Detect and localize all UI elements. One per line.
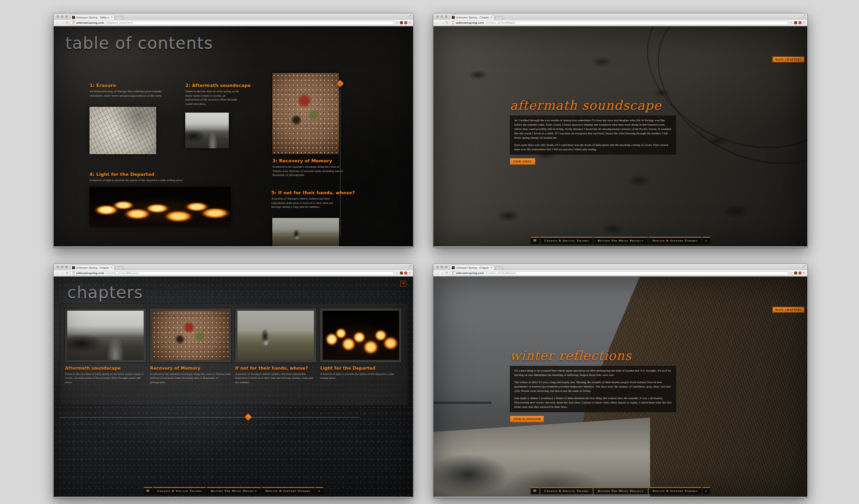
new-tab-button[interactable] <box>495 16 503 20</box>
menu-icon[interactable]: ≡ <box>409 20 411 25</box>
card-photo-recovery[interactable] <box>152 311 229 360</box>
facebook-icon[interactable]: f <box>703 237 711 244</box>
chapter-link-erasure[interactable]: 1: Erasure <box>89 83 163 88</box>
footer-link-credits[interactable]: Credits & Special Thanks <box>540 237 593 244</box>
refresh-button[interactable]: ↻ <box>445 20 448 25</box>
bookmark-star-icon[interactable]: ☆ <box>790 271 793 275</box>
browser-tab[interactable]: Unknown Spring - Table o × <box>70 14 115 20</box>
window-controls[interactable] <box>57 15 68 18</box>
footer-link-music-project[interactable]: Return The Music Project <box>594 237 648 244</box>
address-bar[interactable]: unknownspring.com/content_v2.html#water <box>450 21 788 25</box>
chapter-link-recovery[interactable]: 3: Recovery of Memory <box>272 158 344 163</box>
bookmark-star-icon[interactable]: ☆ <box>396 271 399 275</box>
traffic-light-icon[interactable] <box>57 15 59 18</box>
thumb-recovery[interactable] <box>272 73 339 154</box>
traffic-light-icon[interactable] <box>436 266 439 268</box>
footer-link-credits[interactable]: Credits & Special Thanks <box>153 487 206 494</box>
new-tab-button[interactable] <box>116 266 123 270</box>
extension-icon[interactable] <box>794 21 797 24</box>
thumb-erasure-map[interactable] <box>89 107 156 154</box>
thumb-light[interactable] <box>89 187 231 227</box>
window-controls[interactable] <box>57 266 68 268</box>
back-button[interactable]: ← <box>56 20 59 25</box>
forward-button[interactable]: → <box>61 20 64 25</box>
email-icon[interactable]: ✉ <box>531 487 539 494</box>
facebook-icon[interactable]: f <box>703 487 711 494</box>
refresh-button[interactable]: ↻ <box>66 20 69 25</box>
back-button[interactable]: ← <box>56 271 59 275</box>
email-icon[interactable]: ✉ <box>531 237 539 244</box>
footer-link-credits[interactable]: Credits & Special Thanks <box>540 487 593 494</box>
window-controls[interactable] <box>436 15 447 18</box>
facebook-icon[interactable]: f <box>316 487 324 494</box>
chapter-card[interactable]: If not for their hands, whose? A portrai… <box>235 308 316 400</box>
traffic-light-icon[interactable] <box>61 15 63 18</box>
traffic-light-icon[interactable] <box>445 15 447 18</box>
address-bar[interactable]: unknownspring.com/chapters_menu.html <box>70 21 394 25</box>
card-title[interactable]: Recovery of Memory <box>150 366 231 371</box>
card-photo-light[interactable] <box>323 311 399 360</box>
chapter-link-aftermath[interactable]: 2: Aftermath soundscape <box>185 83 239 88</box>
forward-button[interactable]: → <box>441 20 444 25</box>
tab-close-icon[interactable]: × <box>111 266 113 269</box>
view-video-button[interactable]: VIEW VIDEO <box>510 158 535 165</box>
thumb-farmers[interactable] <box>272 218 339 246</box>
back-button[interactable]: ← <box>436 271 439 275</box>
traffic-light-icon[interactable] <box>65 15 68 18</box>
footer-link-music-project[interactable]: Return The Music Project <box>594 487 648 494</box>
footer-link-donate[interactable]: Donate & Support Tohoku <box>649 237 702 244</box>
forward-button[interactable]: → <box>441 271 444 275</box>
card-title[interactable]: Aftermath soundscape <box>65 366 146 371</box>
footer-link-music-project[interactable]: Return The Music Project <box>207 487 261 494</box>
tab-close-icon[interactable]: × <box>490 266 492 269</box>
traffic-light-icon[interactable] <box>61 266 63 268</box>
chapter-card[interactable]: Aftermath soundscape Taken in the raw da… <box>65 308 146 400</box>
extension-icon[interactable] <box>404 21 407 24</box>
main-chapters-button[interactable]: MAIN CHAPTERS <box>772 307 804 313</box>
footer-link-donate[interactable]: Donate & Support Tohoku <box>649 487 702 494</box>
chapter-link-farmers[interactable]: 5: If not for their hands, whose? <box>271 190 339 195</box>
extension-icon[interactable] <box>400 272 403 274</box>
traffic-light-icon[interactable] <box>65 266 68 268</box>
footer-link-donate[interactable]: Donate & Support Tohoku <box>262 487 315 494</box>
browser-tab[interactable]: Unknown Spring - Chapte × <box>450 14 494 20</box>
traffic-light-icon[interactable] <box>445 266 447 268</box>
browser-tab[interactable]: Unknown Spring - Chapte × <box>70 265 115 270</box>
chapter-card[interactable]: Recovery of Memory Scattered in the tsun… <box>150 308 231 400</box>
extension-icon[interactable] <box>794 272 797 274</box>
new-tab-button[interactable] <box>495 266 503 270</box>
menu-icon[interactable]: ≡ <box>803 20 805 25</box>
bookmark-star-icon[interactable]: ☆ <box>396 20 399 25</box>
slider-diamond-icon[interactable]: ↔ <box>244 413 252 421</box>
extension-icon[interactable] <box>799 21 801 24</box>
menu-icon[interactable]: ≡ <box>409 271 411 275</box>
bookmark-star-icon[interactable]: ☆ <box>790 20 793 25</box>
email-icon[interactable]: ✉ <box>144 487 152 494</box>
traffic-light-icon[interactable] <box>57 266 59 268</box>
menu-icon[interactable]: ≡ <box>803 271 805 275</box>
card-title[interactable]: If not for their hands, whose? <box>235 366 316 371</box>
refresh-button[interactable]: ↻ <box>66 271 69 275</box>
chapter-link-light[interactable]: 4: Light for the Departed <box>89 172 235 177</box>
traffic-light-icon[interactable] <box>441 15 443 18</box>
chapter-card[interactable]: Light for the Departed A festival of lig… <box>320 308 401 400</box>
card-photo-farmers[interactable] <box>237 311 314 360</box>
address-bar[interactable]: unknownspring.com/content_v2.html#winter <box>450 271 788 275</box>
card-photo-aftermath[interactable] <box>67 311 144 360</box>
window-controls[interactable] <box>436 266 447 268</box>
extension-icon[interactable] <box>799 272 801 274</box>
thumb-aftermath[interactable] <box>185 113 229 148</box>
tab-close-icon[interactable]: × <box>490 16 492 19</box>
back-button[interactable]: ← <box>436 20 439 25</box>
main-chapters-button[interactable]: MAIN CHAPTERS <box>772 57 804 62</box>
browser-tab[interactable]: Unknown Spring - Chapte × <box>450 265 494 270</box>
tab-close-icon[interactable]: × <box>111 16 113 19</box>
traffic-light-icon[interactable] <box>441 266 443 268</box>
refresh-button[interactable]: ↻ <box>445 271 448 275</box>
address-bar[interactable]: unknownspring.com/content_v2.html#farmer… <box>70 271 394 275</box>
view-slideshow-button[interactable]: VIEW SLIDESHOW <box>510 416 544 422</box>
traffic-light-icon[interactable] <box>436 15 439 18</box>
new-tab-button[interactable] <box>116 16 123 20</box>
extension-icon[interactable] <box>404 272 407 274</box>
close-button[interactable]: ✕ <box>400 281 406 287</box>
